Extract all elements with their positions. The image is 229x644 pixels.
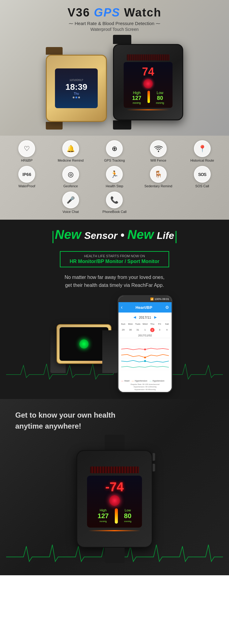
watch-strap-bottom-large [105, 548, 125, 563]
wifi-icon [150, 140, 167, 157]
sos-label: SOS Call [195, 184, 209, 188]
watch-large-health: -74 High 127 mmHg Low 80 mmHg [76, 435, 153, 563]
sos-icon: SOS [194, 166, 211, 183]
phonebook-label: PhoneBook Call [103, 210, 127, 214]
watches-container: 12/10/2017 18:39 Thu [3, 35, 226, 130]
waterproof-icon: IP66 [18, 166, 35, 183]
gold-watch-side [56, 324, 111, 364]
hero-section: V36 GPS Watch ⁓ Heart Rate & Blood Press… [0, 0, 229, 136]
feature-medicine: 🔔 Medicine Remind [50, 140, 92, 162]
watch-side-btn2 [153, 464, 155, 471]
hrbp-icon: ♡ [18, 140, 35, 157]
feature-historical: 📍 Historical Route [181, 140, 223, 162]
health-watch-area: -74 High 127 mmHg Low 80 mmHg [6, 435, 223, 569]
sensor-title-row: New Sensor • New Life [6, 227, 223, 247]
phone-detail-date: 2017/11/02 [120, 333, 170, 338]
watch-screen-black: 74 High 127 mmHg Low 80 mmHg [124, 62, 173, 108]
health-chart [121, 340, 169, 376]
wifi-label: Wifi Fence [151, 159, 166, 162]
sensor-subtitle-top: HEALTH LIFE STARTS FROM NOW ON [70, 254, 159, 258]
phone-calendar-row1: 29 30 31 1 2 3 4 [120, 327, 170, 333]
features-row1: ♡ HR&BP 🔔 Medicine Remind ⊕ GPS Tracking… [6, 140, 223, 162]
geofence-label: Geofence [64, 184, 78, 188]
phone-status-bar: 📶 100% 09:01 [118, 296, 172, 302]
watch-black: 74 High 127 mmHg Low 80 mmHg [113, 35, 183, 130]
watch-gold: 12/10/2017 18:39 Thu [46, 47, 107, 130]
title-v36: V36 [67, 6, 90, 19]
hero-subtitle: ⁓ Heart Rate & Blood Pressure Detection … [3, 21, 226, 26]
voice-icon: 🎤 [62, 192, 79, 208]
health-title: Get to know your own health anytime anyw… [15, 410, 214, 432]
gps-icon: ⊕ [106, 140, 123, 157]
medicine-label: Medicine Remind [58, 159, 84, 162]
sensor-subtitle-box: HEALTH LIFE STARTS FROM NOW ON HR Monito… [60, 251, 169, 267]
health-title-area: Get to know your own health anytime anyw… [6, 407, 223, 435]
watch-screen-large: -74 High 127 mmHg Low 80 mmHg [87, 476, 142, 528]
watch-screen-gold: 12/10/2017 18:39 Thu [55, 68, 98, 108]
title-watch: Watch [124, 6, 162, 19]
watch-strap-top-gold [46, 47, 63, 55]
features-row2: IP66 WaterProof ◎ Geofence 🏃 Health Step… [6, 166, 223, 188]
svg-point-0 [158, 151, 159, 152]
phone-date-nav: ◀ 2017/11 ▶ [120, 314, 170, 321]
svg-point-6 [144, 357, 146, 358]
sensor-desc: No matter how far away from your loved o… [41, 273, 188, 289]
svg-point-7 [144, 349, 146, 350]
feature-hrbp: ♡ HR&BP [6, 140, 48, 162]
phone-chart-area [120, 338, 170, 378]
feature-sos: SOS SOS Call [181, 166, 223, 188]
led-dots-large [89, 467, 140, 474]
sensor-dot [79, 339, 89, 349]
divider-right [176, 231, 176, 243]
feature-phonebook: 📞 PhoneBook Call [94, 192, 135, 214]
sensor-section: New Sensor • New Life HEALTH LIFE STARTS… [0, 220, 229, 399]
watch-gold-body: 12/10/2017 18:39 Thu [46, 55, 107, 122]
watch-strap-bottom-black [113, 120, 131, 130]
phone-body: ◀ 2017/11 ▶ Sun Mon Tues Wed Thu Fri Sat… [118, 313, 172, 393]
watch-side-btn [153, 453, 155, 461]
divider-left [53, 231, 53, 243]
health-label: Health Step [106, 184, 123, 188]
health-section: Get to know your own health anytime anyw… [0, 399, 229, 575]
watch-day: Thu [74, 92, 79, 95]
watch-strap-right [102, 330, 118, 373]
medicine-icon: 🔔 [62, 140, 79, 157]
sensor-title: New Sensor • New Life [55, 227, 174, 242]
bp-high: High 127 mmHg [132, 91, 141, 104]
thermometer-large [115, 508, 118, 524]
svg-point-8 [144, 360, 146, 362]
watch-hr-large: -74 [105, 480, 124, 494]
watch-screen-side [60, 327, 108, 361]
sensor-subtitle-main: HR Monitor/BP Monitor / Sport Monitor [70, 259, 159, 264]
sedentary-icon: 🪑 [150, 166, 167, 183]
hero-subtitle2: Waterproof Touch Screen [3, 27, 226, 32]
features-row3: 🎤 Voice Chat 📞 PhoneBook Call [6, 192, 223, 214]
watch-bp-high-large: High 127 mmHg [97, 508, 109, 524]
watch-strap-top-large [105, 435, 125, 450]
watch-strap-bottom-gold [46, 122, 63, 130]
watch-bp-large: High 127 mmHg Low 80 mmHg [97, 508, 131, 524]
voice-label: Voice Chat [63, 210, 79, 214]
watch-strap-top-black [113, 35, 131, 44]
hero-title: V36 GPS Watch [3, 6, 226, 19]
feature-voice: 🎤 Voice Chat [50, 192, 92, 214]
led-pattern [125, 54, 171, 60]
phonebook-icon: 📞 [106, 192, 123, 208]
watch-black-body: 74 High 127 mmHg Low 80 mmHg [113, 44, 183, 120]
watch-date: 12/10/2017 [69, 79, 83, 82]
watch-body-large: -74 High 127 mmHg Low 80 mmHg [76, 450, 153, 548]
hr-value: 74 [142, 65, 154, 78]
title-gps: GPS [94, 6, 120, 19]
features-section: ♡ HR&BP 🔔 Medicine Remind ⊕ GPS Tracking… [0, 136, 229, 220]
feature-geofence: ◎ Geofence [50, 166, 92, 188]
health-icon: 🏃 [106, 166, 123, 183]
phone-app-header: ‹ Heart/BP ⚙ [118, 302, 172, 313]
watch-bp-low-large: Low 80 mmHg [124, 508, 131, 524]
watch-heart-large [109, 495, 120, 506]
sensor-images: 📶 100% 09:01 ‹ Heart/BP ⚙ ◀ 2017/11 ▶ Su… [6, 295, 223, 393]
feature-health: 🏃 Health Step [94, 166, 135, 188]
sedentary-label: Sedentary Remind [144, 184, 172, 188]
watch-bottom-line [89, 530, 140, 531]
bp-low: Low 80 mmHg [156, 91, 164, 104]
gps-label: GPS Tracking [104, 159, 125, 162]
